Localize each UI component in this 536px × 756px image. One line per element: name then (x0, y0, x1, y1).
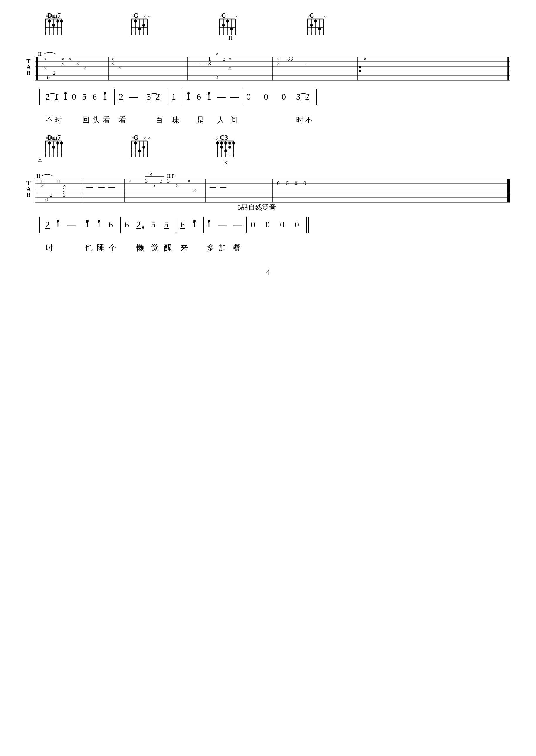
svg-point-124 (64, 92, 67, 94)
svg-text:C3: C3 (220, 134, 228, 141)
svg-text:×: × (84, 66, 86, 71)
svg-text:×: × (62, 61, 64, 66)
svg-text:0: 0 (264, 92, 268, 101)
svg-text:×: × (229, 56, 231, 62)
svg-text:6: 6 (180, 219, 185, 229)
svg-text:0: 0 (216, 75, 218, 81)
svg-point-15 (60, 20, 63, 22)
notation-line-1: 2 1 1 0 5 6 1 2 — 3 (23, 87, 516, 111)
svg-text:0: 0 (265, 219, 270, 229)
svg-text:0: 0 (46, 197, 48, 203)
tab-staff-2: T A B H × × 0 2 × 3 3 3 (23, 173, 516, 214)
svg-point-14 (56, 20, 59, 22)
svg-text:2: 2 (305, 92, 309, 101)
svg-text:时: 时 (54, 116, 62, 124)
svg-text:味: 味 (172, 116, 179, 124)
svg-point-32 (142, 24, 145, 27)
svg-text:×: × (112, 61, 114, 66)
svg-text:H: H (37, 174, 40, 179)
svg-text:×: × (50, 14, 52, 18)
svg-text:是: 是 (196, 116, 204, 124)
svg-text:来: 来 (180, 244, 188, 252)
svg-point-287 (98, 220, 100, 222)
svg-point-129 (104, 92, 106, 94)
svg-text:H: H (229, 35, 233, 41)
svg-text:3: 3 (63, 192, 66, 198)
svg-point-183 (48, 142, 51, 145)
svg-text:×: × (277, 56, 280, 62)
svg-text:B: B (26, 191, 31, 198)
svg-text:2: 2 (46, 92, 50, 101)
svg-text:×: × (188, 179, 190, 183)
svg-text:H: H (38, 157, 42, 163)
svg-text:○: ○ (148, 14, 151, 18)
svg-text:Dm7: Dm7 (48, 134, 61, 141)
svg-text:看: 看 (119, 116, 126, 124)
svg-text:多: 多 (207, 244, 214, 252)
chord-diagrams-row-1: Dm7 × × G (23, 12, 516, 50)
svg-text:间: 间 (230, 116, 238, 124)
svg-text:0: 0 (246, 92, 251, 101)
svg-point-204 (142, 146, 145, 148)
svg-text:醒: 醒 (164, 244, 172, 252)
svg-text:0: 0 (282, 92, 286, 101)
svg-text:G: G (133, 12, 138, 19)
svg-text:个: 个 (109, 244, 116, 252)
svg-text:也: 也 (85, 244, 93, 252)
page-number-text: 4 (266, 267, 270, 277)
svg-point-49 (226, 20, 229, 22)
svg-text:时: 时 (296, 116, 304, 124)
svg-text:0: 0 (251, 219, 255, 229)
svg-text:5: 5 (176, 182, 179, 188)
svg-text:×: × (112, 56, 114, 62)
svg-point-282 (57, 220, 59, 222)
svg-text:×: × (41, 179, 44, 183)
svg-point-114 (359, 70, 361, 72)
svg-text:×: × (119, 66, 121, 71)
svg-text:0: 0 (72, 92, 76, 101)
svg-text:−: − (192, 61, 196, 69)
svg-text:1: 1 (172, 92, 176, 101)
svg-text:5: 5 (152, 182, 155, 188)
svg-text:3: 3 (223, 56, 225, 62)
svg-point-223 (224, 142, 227, 145)
svg-text:○: ○ (324, 14, 326, 18)
svg-text:餐: 餐 (233, 244, 241, 252)
svg-point-67 (314, 20, 317, 22)
lyrics-line-2: 时 也 睡 个 懒 觉 醒 来 多 加 餐 (23, 240, 516, 254)
svg-point-227 (224, 149, 227, 152)
svg-text:人: 人 (217, 116, 225, 124)
svg-text:○: ○ (236, 14, 238, 18)
svg-point-301 (193, 220, 196, 222)
svg-text:×: × (62, 56, 64, 62)
svg-text:×: × (76, 61, 79, 66)
svg-text:×: × (44, 56, 47, 62)
svg-text:3: 3 (296, 92, 301, 101)
lyrics-line-1: 不 时 回 头 看 看 百 味 是 人 间 时 不 (23, 112, 516, 127)
svg-text:—: — (108, 183, 115, 190)
svg-point-285 (86, 220, 88, 222)
svg-text:×: × (219, 14, 222, 18)
svg-text:时: 时 (46, 244, 53, 252)
svg-text:×: × (57, 179, 60, 183)
svg-text:×: × (308, 14, 310, 18)
svg-text:0: 0 (277, 181, 280, 186)
svg-point-304 (208, 220, 210, 222)
page-container: Dm7 × × G (0, 0, 536, 756)
svg-text:0: 0 (47, 75, 50, 81)
svg-text:—: — (218, 219, 227, 229)
section-1: Dm7 × × G (23, 12, 513, 128)
svg-point-12 (48, 20, 51, 22)
svg-text:—: — (217, 92, 226, 101)
svg-point-30 (134, 20, 137, 22)
svg-text:加: 加 (218, 244, 226, 252)
svg-text:○: ○ (144, 136, 146, 141)
svg-point-66 (310, 24, 313, 27)
svg-text:头: 头 (92, 116, 100, 124)
svg-text:5: 5 (151, 219, 155, 229)
svg-text:不: 不 (305, 116, 313, 124)
svg-point-68 (318, 28, 321, 30)
svg-text:×: × (46, 14, 48, 18)
svg-text:—: — (98, 183, 105, 190)
svg-text:—: — (230, 92, 239, 101)
